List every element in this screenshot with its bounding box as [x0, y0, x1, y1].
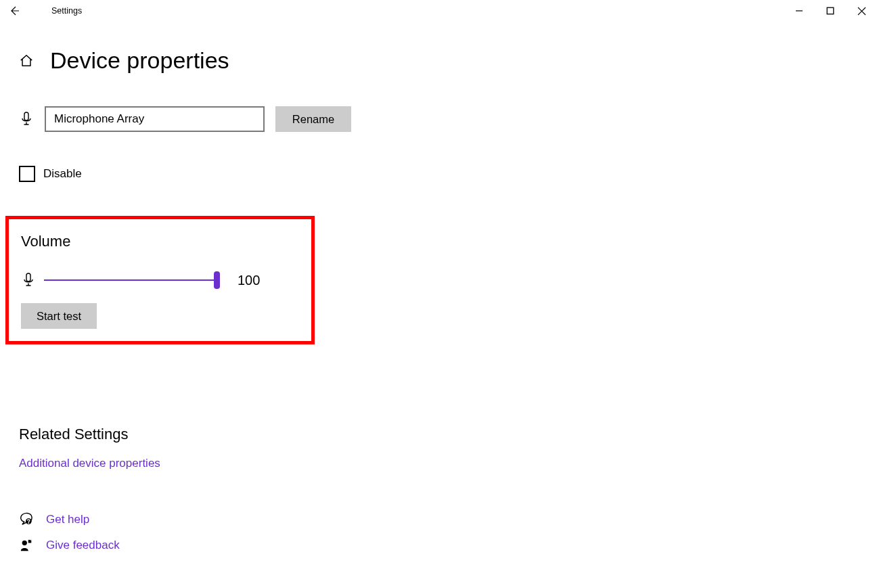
maximize-button[interactable]: [815, 0, 846, 22]
minimize-button[interactable]: [784, 0, 815, 22]
feedback-icon-slot: [19, 539, 34, 552]
home-icon: [19, 53, 34, 68]
microphone-icon-slot: [19, 112, 34, 127]
back-button[interactable]: [0, 0, 28, 22]
volume-slider-row: 100: [21, 272, 299, 288]
close-button[interactable]: [846, 0, 877, 22]
rename-button[interactable]: Rename: [275, 106, 351, 132]
svg-point-4: [28, 522, 29, 524]
app-title: Settings: [51, 6, 82, 16]
minimize-icon: [795, 7, 803, 15]
start-test-button[interactable]: Start test: [21, 303, 97, 329]
device-row: Rename: [19, 106, 877, 132]
svg-rect-1: [24, 112, 28, 120]
related-settings-heading: Related Settings: [19, 426, 877, 443]
volume-heading: Volume: [21, 233, 299, 250]
get-help-link[interactable]: Get help: [46, 513, 89, 526]
slider-track: [44, 279, 220, 281]
slider-thumb: [214, 271, 220, 289]
svg-rect-0: [827, 7, 834, 14]
feedback-icon: [20, 539, 33, 552]
get-help-row: Get help: [19, 512, 877, 526]
volume-slider[interactable]: [44, 272, 220, 288]
volume-highlight-box: Volume 100 Start test: [5, 216, 315, 344]
maximize-icon: [826, 7, 834, 15]
volume-value: 100: [238, 273, 260, 288]
device-name-input[interactable]: [45, 106, 265, 132]
disable-checkbox[interactable]: [19, 166, 35, 182]
home-button[interactable]: [19, 53, 34, 68]
give-feedback-link[interactable]: Give feedback: [46, 539, 120, 552]
content-area: Device properties Rename Disable Volume …: [0, 22, 877, 552]
microphone-icon-slot-2: [21, 273, 36, 288]
microphone-icon: [22, 273, 35, 288]
help-icon-slot: [19, 512, 34, 526]
title-bar: Settings: [0, 0, 877, 22]
microphone-icon: [20, 112, 32, 127]
page-header: Device properties: [19, 47, 877, 74]
disable-label: Disable: [43, 167, 82, 181]
give-feedback-row: Give feedback: [19, 539, 877, 552]
arrow-left-icon: [9, 5, 20, 16]
svg-point-5: [22, 541, 27, 545]
svg-rect-2: [26, 273, 30, 281]
help-icon: [20, 512, 34, 526]
page-title: Device properties: [50, 47, 229, 74]
close-icon: [857, 7, 866, 16]
window-controls: [784, 0, 877, 22]
disable-row: Disable: [19, 166, 877, 182]
additional-device-properties-link[interactable]: Additional device properties: [19, 457, 160, 470]
